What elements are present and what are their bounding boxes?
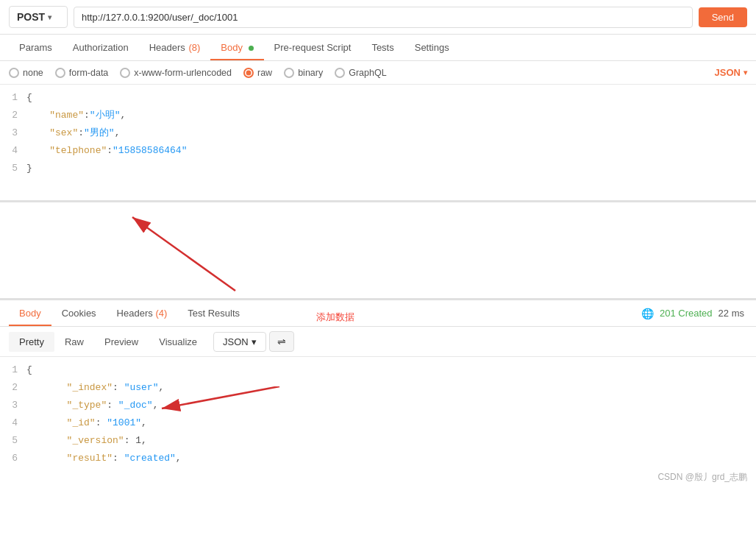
radio-graphql[interactable]: GraphQL [335, 68, 386, 78]
radio-raw-circle [243, 68, 254, 78]
radio-urlencoded[interactable]: x-www-form-urlencoded [120, 68, 232, 78]
method-selector[interactable]: POST ▾ [9, 6, 68, 28]
send-button[interactable]: Send [699, 7, 747, 27]
tab-tests[interactable]: Tests [361, 35, 404, 60]
radio-binary-circle [284, 68, 294, 78]
request-body-editor[interactable]: 1 { 2 "name":"小明", 3 "sex":"男的", 4 "tel [0, 85, 756, 298]
tab-authorization[interactable]: Authorization [63, 35, 139, 60]
request-tab-bar: Params Authorization Headers (8) Body Pr… [0, 35, 756, 61]
resp-line-4: 4 "_id": "1001", [0, 414, 756, 432]
code-editor-area: 1 { 2 "name":"小明", 3 "sex":"男的", 4 "tel [0, 85, 756, 202]
code-line-5: 5 } [0, 160, 756, 177]
response-body-editor: 1 { 2 "_index": "user", 3 "_type": "_doc… [0, 357, 756, 489]
radio-none-circle [9, 68, 19, 78]
preview-tab[interactable]: Preview [94, 332, 149, 352]
pretty-bar: Pretty Raw Preview Visualize JSON ▾ ⇌ 添加… [0, 327, 756, 357]
tab-body[interactable]: Body [210, 35, 263, 60]
resp-tab-headers[interactable]: Headers (4) [107, 300, 178, 326]
raw-tab[interactable]: Raw [54, 332, 94, 352]
tab-params[interactable]: Params [9, 35, 63, 60]
resp-line-2: 2 "_index": "user", [0, 379, 756, 397]
arrow-svg [74, 202, 294, 298]
svg-line-1 [132, 217, 235, 291]
status-area: 🌐 201 Created 22 ms [641, 308, 747, 319]
url-input[interactable] [74, 7, 693, 28]
resp-json-chevron-icon: ▾ [252, 336, 257, 347]
resp-line-3: 3 "_type": "_doc", [0, 397, 756, 414]
resp-line-1: 1 { [0, 361, 756, 379]
annotation-area [0, 202, 756, 298]
resp-tab-body[interactable]: Body [9, 300, 51, 326]
status-badge: 201 Created [660, 308, 713, 319]
resp-line-5: 5 "_version": 1, [0, 432, 756, 450]
add-data-annotation: 添加数据 [316, 311, 354, 324]
tab-prerequest[interactable]: Pre-request Script [264, 35, 362, 60]
resp-json-dropdown[interactable]: JSON ▾ [213, 332, 266, 352]
code-line-1: 1 { [0, 89, 756, 107]
response-code-area: 1 { 2 "_index": "user", 3 "_type": "_doc… [0, 357, 756, 489]
code-line-4: 4 "telphone":"15858586464" [0, 142, 756, 160]
method-label: POST [17, 11, 45, 23]
url-bar: POST ▾ Send [0, 0, 756, 35]
wrap-icon: ⇌ [277, 336, 286, 347]
code-line-2: 2 "name":"小明", [0, 107, 756, 124]
resp-tab-test-results[interactable]: Test Results [177, 300, 250, 326]
tab-headers[interactable]: Headers (8) [139, 35, 211, 60]
radio-form-data-circle [55, 68, 65, 78]
method-chevron-icon: ▾ [48, 13, 51, 21]
radio-graphql-circle [335, 68, 345, 78]
body-active-dot [249, 46, 254, 51]
radio-binary[interactable]: binary [284, 68, 323, 78]
watermark: CSDN @殷丿grd_志鹏 [657, 471, 747, 484]
radio-urlencoded-circle [120, 68, 130, 78]
body-type-bar: none form-data x-www-form-urlencoded raw… [0, 61, 756, 85]
resp-tab-cookies[interactable]: Cookies [51, 300, 107, 326]
radio-none[interactable]: none [9, 68, 43, 78]
radio-form-data[interactable]: form-data [55, 68, 109, 78]
response-time: 22 ms [718, 308, 744, 319]
visualize-tab[interactable]: Visualize [149, 332, 207, 352]
json-format-selector[interactable]: JSON ▾ [715, 67, 747, 78]
response-section: Body Cookies Headers (4) Test Results 🌐 … [0, 298, 756, 489]
radio-raw[interactable]: raw [243, 68, 272, 78]
wrap-button[interactable]: ⇌ [269, 331, 294, 352]
resp-line-6: 6 "result": "created", [0, 450, 756, 467]
code-line-3: 3 "sex":"男的", [0, 124, 756, 142]
tab-settings[interactable]: Settings [404, 35, 460, 60]
pretty-tab[interactable]: Pretty [9, 332, 54, 352]
globe-icon: 🌐 [641, 308, 654, 319]
response-tab-bar: Body Cookies Headers (4) Test Results 🌐 … [0, 300, 756, 327]
json-chevron-icon: ▾ [743, 68, 747, 77]
